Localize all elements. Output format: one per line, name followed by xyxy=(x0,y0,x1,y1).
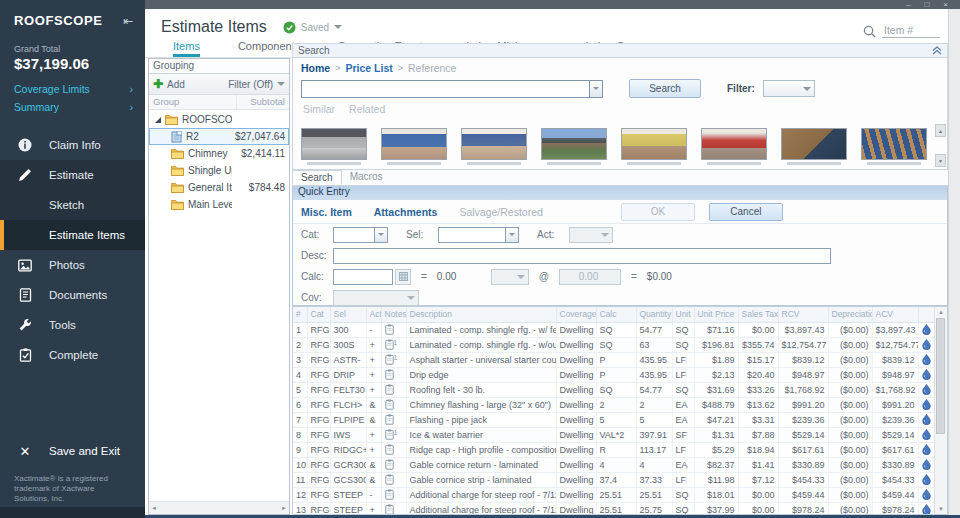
breadcrumb-price-list[interactable]: Price List xyxy=(345,62,392,74)
group-filter-dropdown[interactable]: Filter (Off) xyxy=(228,79,285,90)
cell-notes[interactable] xyxy=(381,397,406,412)
thumbnail-yellow-room-interior[interactable] xyxy=(621,128,687,169)
grouping-horizontal-scrollbar[interactable]: ◄ ► xyxy=(149,501,289,514)
item-row-11[interactable]: 11RFGGCS300&Gable cornice strip - lamina… xyxy=(293,472,936,487)
column-header-depreciation[interactable]: Depreciation xyxy=(828,307,872,322)
panel-tab-macros[interactable]: Macros xyxy=(342,170,391,185)
column-header-coverage[interactable]: Coverage xyxy=(556,307,596,322)
item-row-2[interactable]: 2RFG300S+1Laminated - comp. shingle rfg.… xyxy=(293,337,936,352)
scroll-up-icon[interactable]: ▲ xyxy=(935,307,947,317)
sidebar-item-sketch[interactable]: Sketch xyxy=(0,190,145,220)
column-header-act[interactable]: Act xyxy=(366,307,381,322)
cat-input[interactable] xyxy=(333,227,375,243)
column-header-notes[interactable]: Notes xyxy=(381,307,406,322)
sel-input[interactable] xyxy=(438,227,506,243)
maximize-button[interactable]: □ xyxy=(924,0,929,9)
column-header-sel[interactable]: Sel xyxy=(330,307,366,322)
subtotal-column-header[interactable]: Subtotal xyxy=(237,95,289,109)
scroll-right-icon[interactable]: ► xyxy=(281,505,287,511)
sel-dropdown-button[interactable] xyxy=(506,227,519,243)
column-header-unit[interactable]: Unit xyxy=(672,307,694,322)
column-header-quantity[interactable]: Quantity xyxy=(636,307,672,322)
collapse-sidebar-icon[interactable]: ⇤ xyxy=(123,14,133,28)
group-column-header[interactable]: Group xyxy=(149,95,237,109)
sidebar-item-estimate[interactable]: Estimate xyxy=(0,160,145,190)
blue-room-interior-image[interactable] xyxy=(381,128,447,160)
cell-notes[interactable] xyxy=(381,457,406,472)
item-row-6[interactable]: 6RFGFLCH>&Chimney flashing - large (32" … xyxy=(293,397,936,412)
red-room-interior-image[interactable] xyxy=(701,128,767,160)
roof-decking-image[interactable] xyxy=(781,128,847,160)
column-header-calc[interactable]: Calc xyxy=(596,307,636,322)
column-header--[interactable]: # xyxy=(293,307,307,322)
sidebar-item-claim-info[interactable]: Claim Info xyxy=(0,130,145,160)
column-header-acv[interactable]: ACV xyxy=(872,307,918,322)
item-row-10[interactable]: 10RFGGCR300&Gable cornice return - lamin… xyxy=(293,457,936,472)
thumbnail-timber-framing[interactable] xyxy=(861,128,927,169)
chevron-down-icon[interactable] xyxy=(334,25,342,29)
sidebar-item-photos[interactable]: Photos xyxy=(0,250,145,280)
panel-tab-search[interactable]: Search xyxy=(292,170,342,185)
cell-notes[interactable] xyxy=(381,502,406,515)
cell-notes[interactable] xyxy=(381,382,406,397)
sidebar-link-summary[interactable]: Summary› xyxy=(0,98,145,116)
cell-notes[interactable]: 1 xyxy=(381,337,406,352)
cell-notes[interactable] xyxy=(381,367,406,382)
thumbnail-roof-decking[interactable] xyxy=(781,128,847,169)
column-header-unit-price[interactable]: Unit Price xyxy=(694,307,738,322)
group-row-shingle-upgrades[interactable]: Shingle Upgrades xyxy=(149,162,289,179)
filter-select[interactable] xyxy=(763,80,815,97)
tab-items[interactable]: Items xyxy=(173,36,200,57)
timber-framing-image[interactable] xyxy=(861,128,927,160)
scroll-up-icon[interactable]: ▲ xyxy=(935,124,946,137)
cell-notes[interactable] xyxy=(381,442,406,457)
sidebar-item-tools[interactable]: Tools xyxy=(0,310,145,340)
scrollbar-thumb[interactable] xyxy=(936,318,945,434)
scroll-down-icon[interactable]: ▼ xyxy=(935,504,947,514)
blue-room-interior-2-image[interactable] xyxy=(461,128,527,160)
save-and-exit-button[interactable]: ✕ Save and Exit xyxy=(0,436,145,466)
item-row-8[interactable]: 8RFGIWS+1Ice & water barrierDwellingVAL*… xyxy=(293,427,936,442)
add-group-button[interactable]: ✚ Add xyxy=(153,77,185,91)
thumbnail-scrollbar[interactable]: ▲ ▼ xyxy=(934,124,947,167)
group-row-main-level[interactable]: Main Level xyxy=(149,196,289,213)
thumbnail-house-exterior[interactable] xyxy=(541,128,607,169)
item-row-9[interactable]: 9RFGRIDGC++Ridge cap - High profile - co… xyxy=(293,442,936,457)
desc-input[interactable] xyxy=(333,248,831,264)
item-row-7[interactable]: 7RFGFLPIPE&Flashing - pipe jackDwelling5… xyxy=(293,412,936,427)
item-row-1[interactable]: 1RFG300-Laminated - comp. shingle rfg. -… xyxy=(293,322,936,337)
item-row-3[interactable]: 3RFGASTR-+1Asphalt starter - universal s… xyxy=(293,352,936,367)
column-header-description[interactable]: Description xyxy=(406,307,556,322)
thumbnail-red-room-interior[interactable] xyxy=(701,128,767,169)
tab-misc-item[interactable]: Misc. Item xyxy=(301,206,352,218)
column-header-cat[interactable]: Cat xyxy=(307,307,330,322)
column-header-sales-tax[interactable]: Sales Tax xyxy=(738,307,778,322)
column-header-rcv[interactable]: RCV xyxy=(778,307,828,322)
sidebar-link-coverage-limits[interactable]: Coverage Limits› xyxy=(0,80,145,98)
item-row-12[interactable]: 12RFGSTEEP-Additional charge for steep r… xyxy=(293,487,936,502)
search-dropdown-button[interactable] xyxy=(589,80,603,98)
thumbnail-blue-room-interior-2[interactable] xyxy=(461,128,527,169)
scroll-down-icon[interactable]: ▼ xyxy=(935,154,946,167)
items-vertical-scrollbar[interactable]: ▲ ▼ xyxy=(934,307,947,514)
thumbnail-basement-interior[interactable] xyxy=(301,128,367,169)
item-row-13[interactable]: 13RFGSTEEP+Additional charge for steep r… xyxy=(293,502,936,515)
house-exterior-image[interactable] xyxy=(541,128,607,160)
cell-notes[interactable]: 1 xyxy=(381,427,406,442)
cell-notes[interactable] xyxy=(381,487,406,502)
sidebar-item-estimate-items[interactable]: Estimate Items xyxy=(0,220,145,250)
search-button[interactable]: Search xyxy=(629,79,701,98)
tree-expander-icon[interactable] xyxy=(154,116,162,124)
group-row-roofscope[interactable]: ROOFSCOPE xyxy=(149,111,289,128)
sidebar-item-documents[interactable]: Documents xyxy=(0,280,145,310)
breadcrumb-home[interactable]: Home xyxy=(301,62,330,74)
group-row-chimney[interactable]: Chimney$2,414.11 xyxy=(149,145,289,162)
cancel-button[interactable]: Cancel xyxy=(709,203,783,221)
tab-components[interactable]: Components xyxy=(238,36,300,57)
cell-notes[interactable]: 1 xyxy=(381,352,406,367)
group-row-r2[interactable]: R2$27,047.64 xyxy=(149,128,289,145)
thumbnail-blue-room-interior[interactable] xyxy=(381,128,447,169)
ok-button[interactable]: OK xyxy=(621,203,695,221)
minimize-button[interactable]: – xyxy=(906,0,910,9)
tab-attachments[interactable]: Attachments xyxy=(374,206,438,218)
